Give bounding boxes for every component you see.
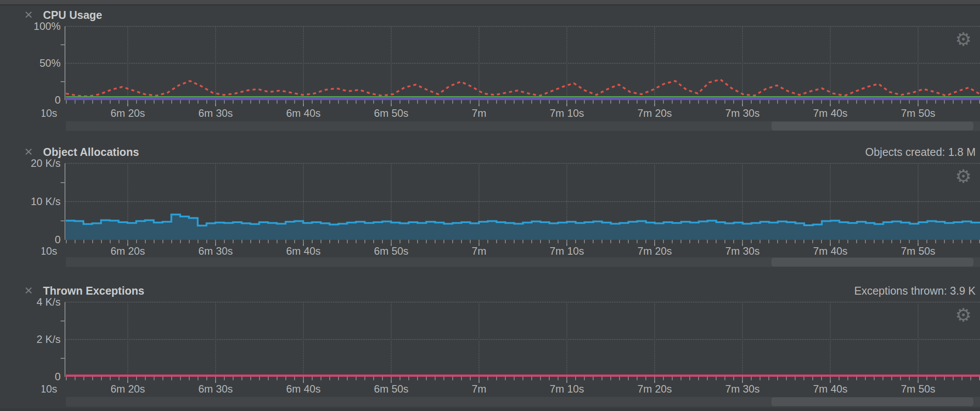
x-axis-tick-label: 7m 40s bbox=[813, 107, 848, 119]
x-axis-tick-label: 7m bbox=[472, 383, 486, 395]
x-axis-label-row: 6m 10s6m 20s6m 30s6m 40s6m 50s7m7m 10s7m… bbox=[42, 107, 980, 120]
x-axis-tick-label: 6m 30s bbox=[198, 107, 233, 119]
x-axis-tick-label: 6m 20s bbox=[111, 107, 145, 119]
x-axis-tick-label: 7m 20s bbox=[638, 107, 672, 119]
y-axis-tick-label: 0 bbox=[4, 371, 61, 383]
x-axis-tick-label: 7m 30s bbox=[725, 383, 760, 395]
close-icon[interactable]: × bbox=[21, 283, 36, 298]
cpu-usage-panel: × CPU Usage ⚙ 100%50%06m 10s6m 20s6m 30s… bbox=[0, 5, 980, 134]
object-allocations-panel: × Object Allocations Objects created: 1.… bbox=[0, 140, 980, 270]
x-axis-tick-label: 7m 30s bbox=[725, 245, 760, 257]
panel-title: Object Allocations bbox=[43, 146, 139, 159]
horizontal-scrollbar-track[interactable] bbox=[66, 121, 980, 131]
x-axis-tick-label: 7m 40s bbox=[813, 383, 848, 395]
thrown-exceptions-panel: × Thrown Exceptions Exceptions thrown: 3… bbox=[0, 277, 980, 411]
y-axis-tick-label: 50% bbox=[4, 57, 61, 69]
x-axis-minor-ticks bbox=[66, 377, 980, 380]
x-axis-tick-label: 6m 50s bbox=[374, 107, 409, 119]
y-axis-minor-tick bbox=[61, 81, 65, 82]
y-axis-tick-label: 0 bbox=[4, 234, 61, 246]
panel-stat: Exceptions thrown: 3.9 K bbox=[854, 285, 976, 297]
horizontal-scrollbar-track[interactable] bbox=[66, 257, 980, 267]
x-axis-tick-label: 7m bbox=[472, 245, 486, 257]
x-axis-tick-label: 6m 10s bbox=[42, 245, 57, 257]
x-axis-tick-label: 6m 40s bbox=[286, 383, 321, 395]
y-axis-tick-label: 10 K/s bbox=[4, 195, 61, 208]
x-axis-tick-label: 7m 40s bbox=[813, 245, 848, 257]
y-axis-tick-label: 2 K/s bbox=[4, 333, 61, 346]
y-axis-minor-tick bbox=[61, 220, 65, 221]
x-axis-label-row: 6m 10s6m 20s6m 30s6m 40s6m 50s7m7m 10s7m… bbox=[42, 383, 980, 396]
close-icon[interactable]: × bbox=[21, 144, 36, 159]
panel-stat: Objects created: 1.8 M bbox=[865, 146, 976, 159]
x-axis-tick-label: 6m 10s bbox=[42, 383, 57, 395]
y-axis-tick-label: 100% bbox=[4, 20, 61, 32]
x-axis-tick-label: 7m 30s bbox=[725, 107, 760, 119]
x-axis-tick-label: 6m 20s bbox=[111, 383, 145, 395]
x-axis-minor-ticks bbox=[66, 240, 980, 243]
thrown-exceptions-chart bbox=[66, 302, 980, 377]
x-axis-tick-label: 6m 40s bbox=[286, 245, 321, 257]
x-axis-tick-label: 7m 50s bbox=[901, 245, 936, 257]
x-axis-tick-label: 7m 50s bbox=[901, 107, 936, 119]
x-axis-tick-label: 6m 30s bbox=[198, 245, 233, 257]
bottom-edge-strip bbox=[0, 408, 980, 411]
panel-title: CPU Usage bbox=[43, 9, 102, 22]
x-axis-label-row: 6m 10s6m 20s6m 30s6m 40s6m 50s7m7m 10s7m… bbox=[42, 245, 980, 258]
y-axis-tick-label: 20 K/s bbox=[4, 157, 61, 169]
top-divider-strip bbox=[0, 0, 980, 5]
x-axis-tick-label: 6m 30s bbox=[198, 383, 233, 395]
horizontal-scrollbar-thumb[interactable] bbox=[771, 258, 973, 267]
allocation-area-fill bbox=[66, 215, 980, 240]
cpu-usage-chart bbox=[66, 26, 980, 100]
object-allocations-chart bbox=[66, 163, 980, 240]
x-axis-tick-label: 6m 10s bbox=[42, 107, 57, 119]
cpu-usage-dotted-red-line bbox=[66, 79, 980, 97]
close-icon[interactable]: × bbox=[21, 7, 36, 22]
x-axis-tick-label: 6m 50s bbox=[374, 245, 409, 257]
y-axis-minor-tick bbox=[61, 44, 65, 45]
x-axis-tick-label: 7m 20s bbox=[638, 245, 672, 257]
y-axis-tick-label: 0 bbox=[4, 94, 61, 106]
horizontal-scrollbar-track[interactable] bbox=[66, 397, 980, 407]
horizontal-scrollbar-thumb[interactable] bbox=[771, 397, 973, 406]
x-axis-tick-label: 7m 10s bbox=[550, 107, 584, 119]
x-axis-tick-label: 6m 50s bbox=[374, 383, 409, 395]
x-axis-tick-label: 6m 20s bbox=[111, 245, 145, 257]
y-axis-minor-tick bbox=[61, 182, 65, 183]
y-axis-minor-tick bbox=[61, 358, 65, 359]
x-axis-tick-label: 7m bbox=[472, 107, 486, 119]
profiler-telemetry-view: × CPU Usage ⚙ 100%50%06m 10s6m 20s6m 30s… bbox=[0, 0, 980, 411]
panel-title: Thrown Exceptions bbox=[43, 285, 144, 297]
x-axis-minor-ticks bbox=[66, 100, 980, 104]
y-axis-tick-label: 4 K/s bbox=[4, 296, 61, 308]
x-axis-tick-label: 6m 40s bbox=[286, 107, 321, 119]
x-axis-tick-label: 7m 20s bbox=[638, 383, 672, 395]
horizontal-scrollbar-thumb[interactable] bbox=[771, 122, 973, 130]
x-axis-tick-label: 7m 10s bbox=[550, 245, 584, 257]
y-axis-minor-tick bbox=[61, 321, 65, 321]
x-axis-tick-label: 7m 50s bbox=[901, 383, 936, 395]
x-axis-tick-label: 7m 10s bbox=[550, 383, 584, 395]
